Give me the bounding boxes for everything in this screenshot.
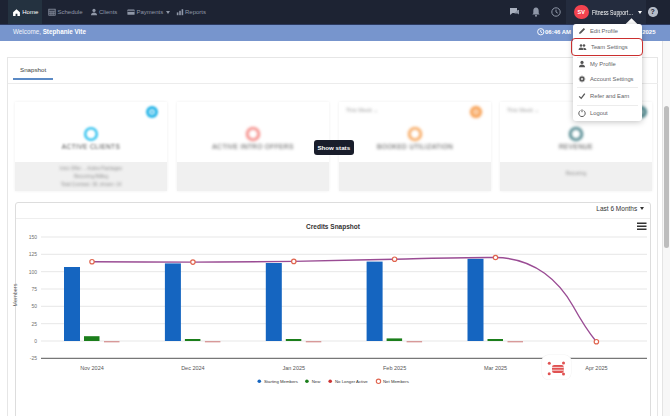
svg-text:New: New [312, 379, 321, 384]
svg-text:Jan 2025: Jan 2025 [282, 365, 305, 371]
svg-text:75: 75 [31, 286, 37, 292]
svg-text:Apr 2025: Apr 2025 [585, 365, 607, 371]
svg-text:Credits Snapshot: Credits Snapshot [306, 223, 361, 231]
svg-text:125: 125 [29, 251, 38, 257]
svg-text:50: 50 [31, 303, 37, 309]
svg-text:Dec 2024: Dec 2024 [181, 365, 205, 371]
svg-text:0: 0 [34, 338, 37, 344]
svg-text:No Longer Active: No Longer Active [335, 379, 368, 384]
svg-text:25: 25 [31, 321, 37, 327]
svg-text:Feb 2025: Feb 2025 [383, 365, 406, 371]
svg-text:100: 100 [29, 269, 38, 275]
svg-text:Mar 2025: Mar 2025 [484, 365, 507, 371]
svg-text:Starting Members: Starting Members [264, 379, 298, 384]
svg-text:Net Members: Net Members [383, 379, 409, 384]
svg-text:Nov 2024: Nov 2024 [80, 365, 104, 371]
svg-text:Members: Members [12, 283, 18, 306]
svg-text:150: 150 [29, 234, 38, 240]
svg-text:-25: -25 [30, 355, 37, 361]
